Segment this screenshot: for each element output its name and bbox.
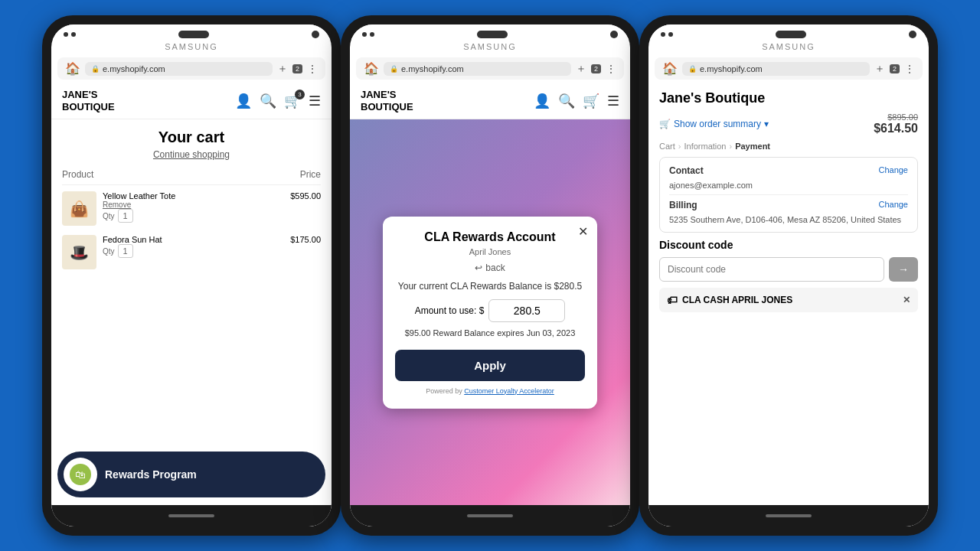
cart-icon-3: 🛒 xyxy=(659,119,671,129)
address-bar-3: 🏠 🔒 e.myshopify.com ＋ 2 ⋮ xyxy=(655,57,923,80)
modal-amount-input[interactable] xyxy=(488,299,565,322)
cart-icon-1[interactable]: 🛒3 xyxy=(284,93,301,109)
phone-bottom-1 xyxy=(51,505,332,527)
cart-item-1: 🎩 Fedora Sun Hat Qty 1 $175.00 xyxy=(62,235,321,269)
col-product: Product xyxy=(62,169,93,180)
contact-change-link[interactable]: Change xyxy=(878,165,908,174)
add-tab-icon-1[interactable]: ＋ xyxy=(277,62,288,76)
home-bar-1 xyxy=(168,514,214,517)
item-remove-0[interactable]: Remove xyxy=(103,201,284,209)
hamburger-icon-2[interactable]: ☰ xyxy=(607,93,619,109)
item-image-1: 🎩 xyxy=(62,235,96,269)
home-bar-3 xyxy=(766,514,812,517)
modal-back-link[interactable]: ↩ back xyxy=(395,262,585,273)
account-icon-2[interactable]: 👤 xyxy=(534,93,550,109)
samsung-brand-1: SAMSUNG xyxy=(51,40,332,54)
modal-customer-name: April Jones xyxy=(395,247,585,256)
phone-3: SAMSUNG 🏠 🔒 e.myshopify.com ＋ 2 ⋮ Jane's… xyxy=(639,15,938,536)
order-summary-toggle[interactable]: 🛒 Show order summary ▾ xyxy=(659,119,769,129)
discount-title: Discount code xyxy=(659,239,918,251)
item-image-0: 👜 xyxy=(62,191,96,226)
cart-icon-2[interactable]: 🛒 xyxy=(583,93,599,109)
tab-count-2[interactable]: 2 xyxy=(591,64,601,73)
coupon-code-text: CLA CASH APRIL JONES xyxy=(682,295,792,305)
account-icon-1[interactable]: 👤 xyxy=(235,93,252,109)
discount-submit-button[interactable]: → xyxy=(889,257,918,282)
item-info-1: Fedora Sun Hat Qty 1 xyxy=(103,235,284,258)
billing-label: Billing xyxy=(669,200,697,210)
col-price: Price xyxy=(300,169,321,180)
home-icon[interactable]: 🏠 xyxy=(65,61,80,76)
cart-item-0: 👜 Yellow Leather Tote Remove Qty 1 $595.… xyxy=(62,191,321,226)
info-card: Contact Change ajones@example.com Billin… xyxy=(659,157,918,233)
cart-badge-1: 3 xyxy=(295,90,305,99)
modal-balance-text: Your current CLA Rewards Balance is $280… xyxy=(395,281,585,292)
breadcrumb-information[interactable]: Information xyxy=(684,142,726,151)
lock-icon-1: 🔒 xyxy=(91,65,100,73)
lock-icon-2: 🔒 xyxy=(390,65,398,73)
cart-title: Your cart xyxy=(62,129,321,146)
menu-icon-3[interactable]: ⋮ xyxy=(904,63,915,75)
item-qty-1: Qty 1 xyxy=(103,244,284,258)
url-text-2: e.myshopify.com xyxy=(401,64,464,73)
samsung-brand-2: SAMSUNG xyxy=(350,40,630,54)
modal-input-row: Amount to use: $ xyxy=(395,299,585,322)
store-header-1: JANE'S BOUTIQUE 👤 🔍 🛒3 ☰ xyxy=(51,83,332,119)
menu-icon-2[interactable]: ⋮ xyxy=(606,63,616,75)
rewards-icon: 🛍 xyxy=(64,458,97,491)
phone-bottom-3 xyxy=(648,505,929,527)
modal-apply-button[interactable]: Apply xyxy=(395,350,585,381)
store-name-2: JANE'S BOUTIQUE xyxy=(361,89,413,112)
phone-1: SAMSUNG 🏠 🔒 e.myshopify.com ＋ 2 ⋮ JANE'S… xyxy=(42,15,341,536)
search-icon-2[interactable]: 🔍 xyxy=(558,93,575,109)
camera-area-3 xyxy=(661,32,673,37)
item-info-0: Yellow Leather Tote Remove Qty 1 xyxy=(103,191,284,223)
qty-input-0[interactable]: 1 xyxy=(118,209,133,223)
modal-footer: Powered by Customer Loyalty Accelerator xyxy=(395,387,585,395)
chevron-down-icon: ▾ xyxy=(764,119,769,129)
continue-shopping-link[interactable]: Continue shopping xyxy=(62,149,321,160)
home-icon-2[interactable]: 🏠 xyxy=(364,61,379,76)
discount-section: Discount code → 🏷 CLA CASH APRIL JONES ✕ xyxy=(659,239,918,312)
item-price-1: $175.00 xyxy=(290,235,321,244)
item-name-1: Fedora Sun Hat xyxy=(103,235,284,244)
contact-value: ajones@example.com xyxy=(669,181,908,190)
shopify-logo-1: 🛍 xyxy=(70,464,91,485)
contact-label: Contact xyxy=(669,165,704,176)
samsung-brand-3: SAMSUNG xyxy=(648,40,929,54)
billing-row: Billing Change xyxy=(669,200,908,210)
item-price-0: $595.00 xyxy=(290,191,321,201)
qty-input-1[interactable]: 1 xyxy=(118,244,133,258)
rewards-label: Rewards Program xyxy=(105,468,197,481)
add-tab-icon-2[interactable]: ＋ xyxy=(576,62,586,76)
hamburger-icon-1[interactable]: ☰ xyxy=(309,93,321,109)
billing-change-link[interactable]: Change xyxy=(878,200,908,209)
modal-title: CLA Rewards Account xyxy=(395,230,585,244)
tab-count-3[interactable]: 2 xyxy=(890,64,900,73)
modal-close-button[interactable]: ✕ xyxy=(578,224,588,239)
checkout-store-name: Jane's Boutique xyxy=(659,90,918,106)
billing-value: 5235 Southern Ave, D106-406, Mesa AZ 852… xyxy=(669,215,908,224)
rewards-bar[interactable]: 🛍 Rewards Program xyxy=(57,452,325,497)
order-summary-row: 🛒 Show order summary ▾ $895.00 $614.50 xyxy=(659,112,918,135)
menu-icon-1[interactable]: ⋮ xyxy=(307,63,318,75)
modal-amount-label: Amount to use: $ xyxy=(415,305,485,316)
coupon-tag: 🏷 CLA CASH APRIL JONES ✕ xyxy=(659,288,918,312)
coupon-icon: 🏷 xyxy=(667,294,678,306)
search-icon-1[interactable]: 🔍 xyxy=(260,93,276,109)
tab-count-1[interactable]: 2 xyxy=(292,64,302,73)
discount-code-input[interactable] xyxy=(659,257,884,282)
item-qty-0: Qty 1 xyxy=(103,209,284,223)
back-icon: ↩ xyxy=(475,262,482,273)
checkout-content: Jane's Boutique 🛒 Show order summary ▾ $… xyxy=(648,83,929,320)
discount-input-row: → xyxy=(659,257,918,282)
coupon-remove-button[interactable]: ✕ xyxy=(903,295,910,305)
home-icon-3[interactable]: 🏠 xyxy=(662,61,678,76)
modal-footer-link[interactable]: Customer Loyalty Accelerator xyxy=(464,387,554,395)
item-name-0: Yellow Leather Tote xyxy=(103,191,284,201)
breadcrumb-cart[interactable]: Cart xyxy=(659,142,675,151)
address-bar-2: 🏠 🔒 e.myshopify.com ＋ 2 ⋮ xyxy=(356,57,624,80)
store-name-1: JANE'S BOUTIQUE xyxy=(62,89,115,112)
new-price: $614.50 xyxy=(874,122,918,135)
add-tab-icon-3[interactable]: ＋ xyxy=(874,62,885,76)
